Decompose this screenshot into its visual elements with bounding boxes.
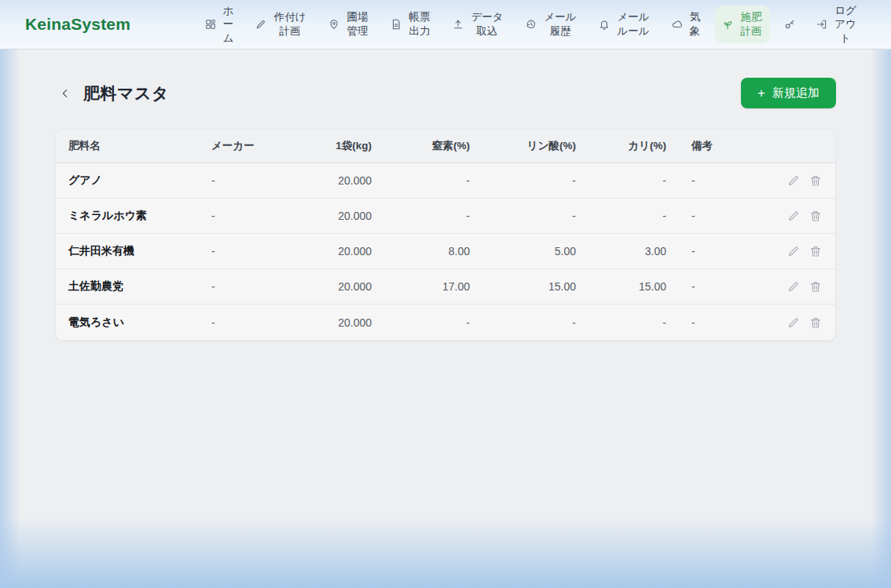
table-row: 仁井田米有機 - 20.000 8.00 5.00 3.00 - — [56, 234, 835, 269]
edit-icon[interactable] — [786, 316, 801, 330]
cell-phosphate: - — [476, 210, 582, 222]
delete-icon[interactable] — [808, 279, 823, 294]
nav-item-label: 作付け計画 — [273, 10, 307, 38]
cell-phosphate: 5.00 — [476, 245, 582, 257]
edit-icon[interactable] — [786, 244, 801, 258]
key-icon — [784, 19, 795, 30]
cell-maker: - — [205, 245, 307, 257]
pin-icon — [328, 19, 339, 30]
cell-nitrogen: - — [378, 210, 476, 222]
nav-list: ホーム 作付け計画 圃場管理 帳票出力 データ取込 メール履歴 メールルール 気… — [198, 0, 864, 49]
delete-icon[interactable] — [808, 316, 823, 330]
table-row: グアノ - 20.000 - - - - — [56, 163, 835, 199]
cell-note: - — [673, 174, 775, 187]
nav-item-label: メール履歴 — [543, 10, 578, 38]
cell-bag-kg: 20.000 — [307, 245, 378, 257]
nav-item-label: ホーム — [222, 4, 234, 46]
main-content: 肥料マスタ + 新規追加 肥料名 メーカー 1袋(kg) 窒素(%) リン酸(%… — [0, 49, 891, 341]
delete-icon[interactable] — [808, 244, 823, 258]
nav-item-label: 圃場管理 — [346, 10, 369, 38]
cell-bag-kg: 20.000 — [307, 174, 378, 187]
cell-maker: - — [205, 174, 307, 187]
edit-icon[interactable] — [786, 209, 801, 223]
cell-nitrogen: 8.00 — [378, 245, 476, 257]
col-header-name: 肥料名 — [56, 139, 205, 153]
cell-potassium: - — [582, 316, 673, 329]
cell-bag-kg: 20.000 — [307, 316, 378, 329]
cell-phosphate: - — [476, 174, 582, 187]
cell-fertilizer-name: ミネラルホウ素 — [56, 209, 205, 223]
cell-note: - — [673, 210, 775, 222]
table-row: 電気ろさい - 20.000 - - - - — [56, 305, 835, 340]
nav-item-label: メールルール — [616, 10, 651, 38]
edit-icon[interactable] — [786, 173, 801, 188]
bell-icon — [599, 19, 610, 30]
row-actions — [775, 316, 835, 330]
cell-fertilizer-name: 仁井田米有機 — [56, 244, 205, 258]
edit-icon[interactable] — [786, 279, 801, 294]
cell-note: - — [673, 245, 775, 257]
nav-item-label: ログアウト — [834, 4, 857, 46]
pen-icon — [255, 19, 266, 30]
nav-item-field-management[interactable]: 圃場管理 — [321, 5, 376, 42]
nav-item-label: 施肥計画 — [739, 10, 763, 38]
grid-icon — [205, 19, 216, 30]
col-header-potassium: カリ(%) — [582, 139, 673, 153]
col-header-maker: メーカー — [205, 139, 307, 153]
cell-note: - — [673, 280, 775, 293]
nav-item-label: データ取込 — [470, 10, 504, 38]
page-title: 肥料マスタ — [83, 82, 169, 104]
row-actions — [775, 279, 835, 294]
document-icon — [390, 19, 402, 30]
fertilizer-table: 肥料名 メーカー 1袋(kg) 窒素(%) リン酸(%) カリ(%) 備考 グア… — [55, 129, 836, 341]
cell-fertilizer-name: グアノ — [56, 173, 205, 188]
nav-item-fertilization-plan[interactable]: 施肥計画 — [715, 5, 770, 42]
cell-fertilizer-name: 電気ろさい — [56, 316, 205, 330]
cell-phosphate: - — [476, 316, 582, 329]
cell-maker: - — [205, 210, 307, 222]
col-header-nitrogen: 窒素(%) — [378, 139, 476, 153]
table-row: 土佐勤農党 - 20.000 17.00 15.00 15.00 - — [56, 269, 835, 305]
cell-nitrogen: 17.00 — [378, 280, 476, 293]
nav-item-report-output[interactable]: 帳票出力 — [383, 5, 438, 42]
nav-item-home[interactable]: ホーム — [198, 0, 241, 49]
cell-maker: - — [205, 316, 307, 329]
delete-icon[interactable] — [808, 173, 823, 188]
cell-potassium: - — [582, 210, 673, 222]
add-new-button[interactable]: + 新規追加 — [741, 78, 836, 108]
upload-icon — [453, 19, 464, 30]
sprout-icon — [722, 19, 733, 30]
delete-icon[interactable] — [808, 209, 823, 223]
nav-item-mail-rules[interactable]: メールルール — [592, 5, 658, 42]
top-nav: KeinaSystem ホーム 作付け計画 圃場管理 帳票出力 データ取込 メー… — [0, 0, 891, 49]
nav-item-logout[interactable]: ログアウト — [809, 0, 864, 49]
add-new-button-label: 新規追加 — [772, 86, 820, 100]
cell-nitrogen: - — [378, 316, 476, 329]
cell-nitrogen: - — [378, 174, 476, 187]
nav-item-weather[interactable]: 気象 — [665, 5, 708, 42]
row-actions — [775, 209, 835, 223]
nav-item-password[interactable] — [777, 14, 802, 35]
page-header: 肥料マスタ + 新規追加 — [55, 78, 836, 108]
cell-potassium: - — [582, 174, 673, 187]
cell-bag-kg: 20.000 — [307, 210, 378, 222]
col-header-note: 備考 — [673, 139, 775, 153]
nav-item-label: 気象 — [689, 10, 701, 38]
row-actions — [775, 173, 835, 188]
nav-item-planting-plan[interactable]: 作付け計画 — [248, 5, 314, 42]
table-header-row: 肥料名 メーカー 1袋(kg) 窒素(%) リン酸(%) カリ(%) 備考 — [56, 130, 835, 163]
cell-bag-kg: 20.000 — [307, 280, 378, 293]
col-header-phosphate: リン酸(%) — [476, 139, 582, 153]
back-chevron-icon[interactable] — [55, 83, 75, 104]
nav-item-mail-history[interactable]: メール履歴 — [519, 5, 585, 42]
plus-icon: + — [757, 86, 765, 100]
table-body: グアノ - 20.000 - - - - ミネラルホウ素 - 20.000 - … — [56, 163, 835, 340]
cell-potassium: 3.00 — [582, 245, 673, 257]
cell-fertilizer-name: 土佐勤農党 — [56, 279, 205, 294]
brand-logo[interactable]: KeinaSystem — [25, 15, 130, 34]
row-actions — [775, 244, 835, 258]
col-header-bag-kg: 1袋(kg) — [307, 139, 378, 153]
cloud-icon — [672, 19, 683, 30]
nav-item-data-import[interactable]: データ取込 — [446, 5, 512, 42]
cell-maker: - — [205, 280, 307, 293]
